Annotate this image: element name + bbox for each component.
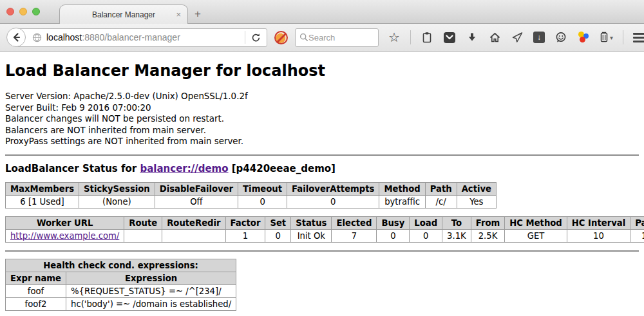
col-elected: Elected	[332, 216, 377, 229]
cell-route	[124, 229, 162, 242]
cell-active: Yes	[457, 195, 496, 208]
health-table-title: Health check cond. expressions:	[6, 259, 236, 272]
status-suffix: [p4420eeae_demo]	[229, 163, 336, 174]
page-content: Load Balancer Manager for localhost Serv…	[0, 51, 644, 316]
toolbar-separator	[410, 30, 411, 44]
globe-icon	[32, 33, 42, 42]
col-from: From	[471, 216, 504, 229]
col-active: Active	[457, 182, 496, 195]
col-stickysession: StickySession	[79, 182, 155, 195]
cell-hc-method: GET	[505, 229, 567, 242]
cell-timeout: 0	[238, 195, 287, 208]
table-title-row: Health check cond. expressions:	[6, 259, 236, 272]
table-row: 6 [1 Used] (None) Off 0 0 bytraffic /c/ …	[6, 195, 497, 208]
tab-balancer-manager[interactable]: Balancer Manager ×	[59, 5, 188, 24]
zoom-window-button[interactable]	[32, 8, 40, 15]
page-title: Load Balancer Manager for localhost	[5, 62, 639, 80]
cell-routeredir	[162, 229, 225, 242]
tab-close-icon[interactable]: ×	[176, 10, 181, 19]
col-to: To	[442, 216, 471, 229]
cell-factor: 1	[225, 229, 265, 242]
close-window-button[interactable]	[6, 8, 14, 15]
cell-status: Init Ok	[291, 229, 332, 242]
cell-hc-interval: 10	[567, 229, 630, 242]
video-download-icon[interactable]: ↓	[533, 32, 545, 43]
url-bar[interactable]: localhost:8880/balancer-manager	[16, 28, 267, 47]
window-controls	[6, 8, 40, 15]
col-expr-name: Expr name	[6, 272, 66, 284]
browser-window: Balancer Manager × + localhost:8880/bala…	[0, 0, 644, 316]
cell-method: bytraffic	[379, 195, 425, 208]
status-prefix: LoadBalancer Status for	[5, 163, 140, 174]
balancer-status-heading: LoadBalancer Status for balancer://demo …	[5, 163, 639, 174]
col-failoverattempts: FailoverAttempts	[287, 182, 379, 195]
url-path: :8880/balancer-manager	[82, 32, 180, 42]
back-button[interactable]	[6, 28, 26, 47]
col-factor: Factor	[225, 216, 265, 229]
pocket-icon[interactable]	[443, 31, 456, 44]
cell-load: 0	[410, 229, 442, 242]
cell-maxmembers: 6 [1 Used]	[6, 195, 79, 208]
col-hc-interval: HC Interval	[567, 216, 630, 229]
clipboard-icon[interactable]	[421, 31, 433, 44]
tab-title: Balancer Manager	[92, 10, 155, 19]
minimize-window-button[interactable]	[19, 8, 27, 15]
cell-expr-name: foof	[6, 284, 66, 297]
search-icon	[299, 33, 308, 42]
search-bar[interactable]	[295, 28, 379, 47]
cell-passes: 1 (0)	[630, 229, 644, 242]
cell-disablefailover: Off	[155, 195, 238, 208]
cell-worker-url: http://www.example.com/	[6, 229, 124, 242]
caret-down-icon[interactable]: ▾	[610, 34, 613, 41]
table-header-row: Expr name Expression	[6, 272, 236, 284]
home-icon[interactable]	[488, 31, 501, 44]
cell-to: 3.1K	[442, 229, 471, 242]
cell-expression: %{REQUEST_STATUS} =~ /^[234]/	[66, 284, 236, 297]
cell-failoverattempts: 0	[287, 195, 379, 208]
container-icon[interactable]: ▾	[600, 31, 613, 44]
col-route: Route	[124, 216, 162, 229]
toolbar-separator	[623, 30, 623, 44]
worker-table: Worker URL Route RouteRedir Factor Set S…	[5, 216, 644, 243]
chat-smiley-icon[interactable]	[554, 31, 567, 44]
cell-busy: 0	[377, 229, 410, 242]
section-divider	[5, 250, 639, 252]
col-set: Set	[265, 216, 291, 229]
persist-note-line: Balancer changes will NOT be persisted o…	[5, 113, 639, 125]
url-host: localhost	[46, 32, 82, 42]
balancer-settings-table: MaxMembers StickySession DisableFailover…	[5, 182, 497, 209]
server-built-line: Server Built: Feb 9 2016 07:00:20	[5, 102, 639, 114]
new-tab-button[interactable]: +	[194, 8, 201, 21]
send-plane-icon[interactable]	[511, 31, 524, 44]
table-header-row: MaxMembers StickySession DisableFailover…	[6, 182, 497, 195]
colored-dots-icon[interactable]	[577, 31, 590, 44]
toolbar-icons: ☆ ↓ ▾	[388, 30, 644, 44]
worker-url-link[interactable]: http://www.example.com/	[10, 231, 119, 241]
content-blocker-icon[interactable]	[274, 31, 288, 44]
cell-set: 0	[265, 229, 291, 242]
menu-icon[interactable]	[633, 33, 644, 42]
col-load: Load	[410, 216, 442, 229]
cell-elected: 7	[332, 229, 377, 242]
col-hc-method: HC Method	[505, 216, 567, 229]
col-busy: Busy	[377, 216, 410, 229]
col-status: Status	[291, 216, 332, 229]
section-divider	[5, 154, 639, 156]
search-input[interactable]	[308, 33, 370, 42]
table-header-row: Worker URL Route RouteRedir Factor Set S…	[6, 216, 644, 229]
proxypass-note-line: ProxyPass settings are NOT inherited fro…	[5, 136, 639, 147]
tab-bar: Balancer Manager × +	[0, 0, 644, 24]
col-expression: Expression	[66, 272, 236, 284]
col-maxmembers: MaxMembers	[6, 182, 79, 195]
cell-expression: hc('body') =~ /domain is established/	[66, 297, 236, 310]
reload-icon	[251, 33, 261, 42]
server-version-line: Server Version: Apache/2.5.0-dev (Unix) …	[5, 91, 639, 102]
downloads-icon[interactable]	[466, 31, 478, 44]
table-row: foof2 hc('body') =~ /domain is establish…	[6, 297, 236, 310]
reload-button[interactable]	[245, 33, 267, 42]
bookmark-star-icon[interactable]: ☆	[388, 31, 401, 44]
balancer-demo-link[interactable]: balancer://demo	[140, 163, 228, 174]
navigation-toolbar: localhost:8880/balancer-manager ☆	[0, 24, 644, 51]
col-routeredir: RouteRedir	[162, 216, 225, 229]
cell-stickysession: (None)	[79, 195, 155, 208]
